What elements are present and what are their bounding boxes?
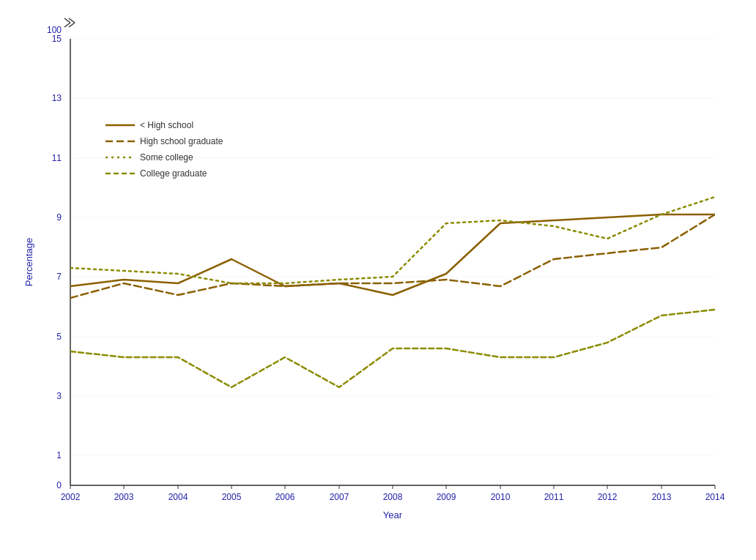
series-less-than-hs: [70, 214, 715, 295]
series-college-graduate: [70, 310, 715, 387]
chart-container: 0 1 3 5 7 9 11 13 15 100 2002 2003 2004 …: [19, 17, 737, 544]
x-tick-2012: 2012: [598, 492, 618, 502]
x-tick-2005: 2005: [222, 492, 242, 502]
x-tick-2008: 2008: [383, 492, 403, 502]
y-tick-5: 5: [56, 332, 62, 342]
x-tick-2002: 2002: [61, 492, 81, 502]
y-tick-7: 7: [56, 272, 62, 282]
x-tick-2003: 2003: [114, 492, 134, 502]
x-axis-label: Year: [383, 509, 403, 520]
x-tick-2009: 2009: [437, 492, 456, 502]
y-tick-15: 15: [52, 34, 62, 44]
x-tick-2010: 2010: [491, 492, 511, 502]
x-tick-2007: 2007: [330, 492, 349, 502]
x-tick-2014: 2014: [705, 492, 725, 502]
svg-rect-0: [70, 39, 715, 485]
series-some-college: [70, 197, 715, 283]
legend-label-less-hs: < High school: [140, 120, 193, 130]
series-hs-graduate: [70, 214, 715, 298]
x-tick-2011: 2011: [544, 492, 564, 502]
legend-label-some-college: Some college: [140, 152, 193, 163]
y-tick-100: 100: [47, 25, 62, 35]
x-tick-2004: 2004: [168, 492, 188, 502]
x-tick-2006: 2006: [275, 492, 295, 502]
legend-label-college-grad: College graduate: [140, 168, 207, 179]
y-axis-label: Percentage: [23, 237, 34, 286]
y-tick-11: 11: [52, 153, 62, 163]
y-tick-1: 1: [56, 450, 62, 460]
y-tick-9: 9: [56, 212, 62, 223]
y-tick-0: 0: [56, 480, 62, 490]
legend-label-hs-grad: High school graduate: [140, 136, 223, 146]
x-tick-2013: 2013: [652, 492, 672, 502]
y-tick-13: 13: [52, 93, 62, 103]
y-tick-3: 3: [56, 391, 62, 401]
